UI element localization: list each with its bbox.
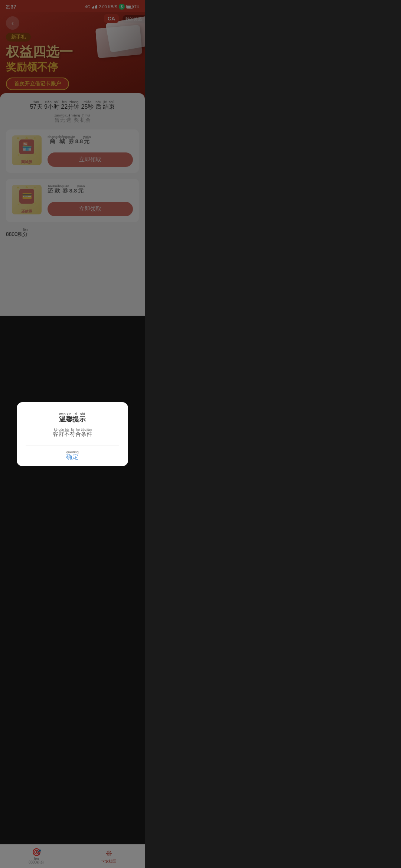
modal-overlay: 温wēn馨xīn提tí示shì 客kè群qún不bù符fú合hé条tiáo件ji… [0, 0, 145, 316]
